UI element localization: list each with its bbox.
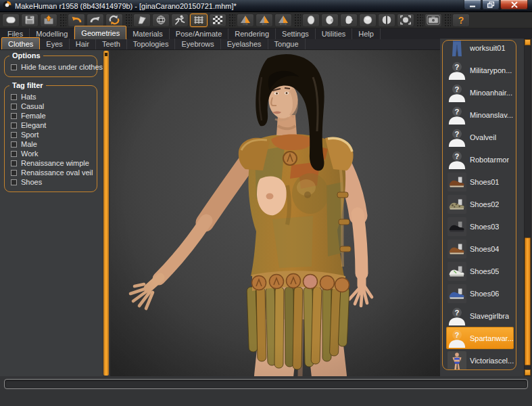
asset-slavegirlbra[interactable]: ?Slavegirlbra [446, 304, 516, 327]
panel-slider-handle[interactable] [105, 53, 107, 56]
checkbox-row-shoes[interactable]: Shoes [8, 177, 95, 187]
scroll-up-button[interactable] [525, 39, 531, 45]
close-button[interactable] [500, 0, 528, 9]
asset-scrollbar[interactable] [524, 39, 531, 376]
checkbox-label: Casual [21, 102, 44, 110]
asset-shoes05[interactable]: Shoes05 [446, 260, 516, 282]
asset-victoriascel[interactable]: Victoriascel... [446, 349, 516, 370]
tab-geometries[interactable]: Geometries [74, 26, 126, 39]
view-face-profile-button[interactable] [340, 14, 358, 27]
checkbox-row-female[interactable]: Female [8, 111, 95, 120]
tab-settings[interactable]: Settings [276, 28, 316, 39]
grid-button[interactable] [190, 14, 208, 27]
new-icon [5, 15, 17, 25]
asset-shoes01[interactable]: Shoes01 [446, 171, 516, 193]
symmetry-right-button[interactable] [237, 14, 254, 27]
subtab-clothes[interactable]: Clothes [1, 37, 40, 49]
redo-button[interactable] [87, 14, 104, 27]
tag-filter-checkbox-list: HatsCasualFemaleElegantSportMaleWorkRena… [8, 92, 95, 187]
checkbox-work[interactable] [11, 151, 17, 157]
checkbox-hide-faces-under-clothes[interactable] [11, 64, 17, 70]
tab-pose-animate[interactable]: Pose/Animate [170, 28, 228, 39]
checkbox-row-renaissance-wimple[interactable]: Renaissance wimple [8, 158, 95, 168]
tab-utilities[interactable]: Utilities [316, 28, 352, 39]
zoom-to-fit-button[interactable] [397, 14, 414, 27]
undo-button[interactable] [68, 14, 85, 27]
asset-robotarmor[interactable]: ?Robotarmor [446, 148, 516, 171]
asset-worksuit01[interactable]: worksuit01 [446, 40, 516, 59]
shoe-brown-thumb-icon [448, 173, 466, 191]
smooth-button[interactable] [133, 14, 151, 27]
shoe-black-thumb-icon [448, 217, 466, 236]
wireframe-icon [155, 15, 167, 25]
asset-shoes04[interactable]: Shoes04 [446, 238, 516, 260]
asset-shoes03[interactable]: Shoes03 [446, 215, 516, 238]
checkbox-row-elegant[interactable]: Elegant [8, 120, 95, 130]
checkbox-renaissance-oval-veil[interactable] [11, 170, 17, 176]
win-restore-icon [485, 1, 496, 10]
asset-label: Shoes05 [470, 267, 499, 275]
new-button[interactable] [2, 14, 20, 27]
asset-militarypon[interactable]: ?Militarypon... [446, 59, 516, 81]
asset-shoes02[interactable]: Shoes02 [446, 193, 516, 215]
subtab-topologies[interactable]: Topologies [127, 39, 176, 49]
load-button[interactable] [40, 14, 57, 27]
checkbox-row-hats[interactable]: Hats [8, 92, 95, 102]
symmetry-both-button[interactable] [274, 14, 292, 27]
svg-text:?: ? [455, 308, 460, 316]
shoe-blue-thumb-icon [448, 284, 466, 303]
asset-minoanslav[interactable]: ?Minoanslav... [446, 104, 516, 126]
view-head-top-button[interactable] [359, 14, 377, 27]
skeleton-button[interactable] [171, 14, 189, 27]
checkbox-row-male[interactable]: Male [8, 139, 95, 149]
subtab-eyebrows[interactable]: Eyebrows [175, 39, 220, 49]
subtab-eyelashes[interactable]: Eyelashes [221, 39, 268, 49]
toolbar-separator [59, 13, 66, 28]
subtab-eyes[interactable]: Eyes [40, 39, 69, 49]
asset-spartanwar[interactable]: ?Spartanwar... [446, 327, 514, 349]
checkbox-label: Renaissance oval veil [21, 168, 93, 177]
checkbox-sport[interactable] [11, 132, 17, 138]
view-face-front-button[interactable] [302, 14, 320, 27]
tab-help[interactable]: Help [352, 28, 381, 39]
minimize-button[interactable] [464, 0, 481, 9]
asset-minoanhair[interactable]: ?Minoanhair... [446, 81, 516, 104]
checkbox-female[interactable] [11, 113, 17, 119]
tab-rendering[interactable]: Rendering [228, 28, 276, 39]
panel-slider[interactable] [103, 51, 109, 376]
save-icon [24, 15, 36, 25]
grab-screenshot-button[interactable] [425, 14, 442, 27]
wireframe-button[interactable] [152, 14, 170, 27]
checkbox-male[interactable] [11, 141, 17, 148]
asset-ovalveil[interactable]: ?Ovalveil [446, 126, 516, 148]
checkbox-row-work[interactable]: Work [8, 149, 95, 158]
viewport-3d[interactable] [110, 50, 440, 376]
checkbox-renaissance-wimple[interactable] [11, 160, 17, 166]
toolbar-group [133, 14, 226, 27]
restore-button[interactable] [482, 0, 500, 9]
scrollbar-thumb[interactable] [525, 238, 531, 365]
scroll-down-button[interactable] [525, 369, 531, 376]
view-head-split-button[interactable] [378, 14, 395, 27]
tab-materials[interactable]: Materials [126, 28, 170, 39]
checkbox-elegant[interactable] [11, 122, 17, 129]
asset-shoes06[interactable]: Shoes06 [446, 282, 516, 304]
checkbox-casual[interactable] [11, 104, 17, 110]
subtab-tongue[interactable]: Tongue [268, 39, 306, 49]
titlebar[interactable]: MakeHuman r1958 (8b43f414979b) - [ginaCa… [0, 0, 532, 12]
symmetry-left-button[interactable] [256, 14, 273, 27]
checkbox-row-hide-faces-under-clothes[interactable]: Hide faces under clothes [8, 62, 95, 72]
help-button[interactable]: ? [452, 14, 470, 27]
view-face-side-button[interactable] [321, 14, 339, 27]
background-button[interactable] [209, 14, 226, 27]
checkbox-row-casual[interactable]: Casual [8, 102, 95, 111]
save-button[interactable] [21, 14, 39, 27]
reset-view-button[interactable] [105, 14, 123, 27]
subtab-teeth[interactable]: Teeth [96, 39, 127, 49]
checkbox-row-sport[interactable]: Sport [8, 130, 95, 139]
checkbox-shoes[interactable] [11, 179, 17, 185]
subtab-hair[interactable]: Hair [70, 39, 96, 49]
checkbox-hats[interactable] [11, 94, 17, 100]
checkbox-label: Hats [21, 93, 37, 101]
checkbox-row-renaissance-oval-veil[interactable]: Renaissance oval veil [8, 168, 95, 177]
